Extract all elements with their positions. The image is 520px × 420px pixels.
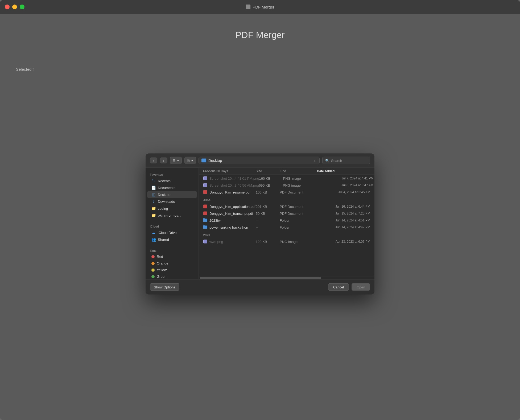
file-size: 106 KB xyxy=(256,190,280,194)
sidebar-item-tag-green[interactable]: Green xyxy=(147,273,197,279)
footer-buttons: Cancel Open xyxy=(328,283,370,291)
file-name: Donggyu_Kim_transcript.pdf xyxy=(209,211,253,215)
sidebar-item-pkmn[interactable]: 📁 pkmn-rom-pa... xyxy=(147,212,197,219)
location-bar[interactable]: Desktop ↑↓ xyxy=(199,157,320,164)
close-button[interactable] xyxy=(5,5,10,9)
dialog-toolbar: ‹ › ☰ ▼ ⊞ ▼ Desktop ↑↓ 🔍 Search xyxy=(146,154,374,168)
pdf-file-icon xyxy=(203,190,207,194)
orange-tag-dot xyxy=(151,262,155,265)
show-options-button[interactable]: Show Options xyxy=(150,283,179,291)
desktop-icon: ◫ xyxy=(151,192,156,197)
downloads-icon: ⇓ xyxy=(151,199,156,204)
sidebar-recents-label: Recents xyxy=(158,179,171,183)
file-size: 201 KB xyxy=(256,204,280,208)
sidebar-divider-1 xyxy=(146,221,199,221)
sidebar-tag-green-label: Green xyxy=(157,275,166,279)
sidebar-item-shared[interactable]: 👥 Shared xyxy=(147,236,197,243)
sidebar-item-icloud[interactable]: ☁ iCloud Drive xyxy=(147,229,197,236)
file-open-dialog: ‹ › ☰ ▼ ⊞ ▼ Desktop ↑↓ 🔍 Search xyxy=(146,154,374,295)
sidebar-divider-2 xyxy=(146,245,199,245)
coding-folder-icon: 📁 xyxy=(151,206,156,211)
icloud-section-label: iCloud xyxy=(146,223,199,229)
file-date: Jun 15, 2024 at 7:25 PM xyxy=(317,212,370,215)
file-kind: PDF Document xyxy=(280,204,317,208)
file-list-area: Previous 30 Days Size Kind Date Added xyxy=(199,168,374,279)
sidebar-item-recents[interactable]: ⮌ Recents xyxy=(147,177,197,184)
sidebar-item-documents[interactable]: 📄 Documents xyxy=(147,184,197,191)
sidebar-item-tag-red[interactable]: Red xyxy=(147,253,197,260)
sidebar-item-tag-orange[interactable]: Orange xyxy=(147,260,197,267)
table-row[interactable]: 2023fw -- Folder Jun 14, 2024 at 4:51 PM xyxy=(199,217,374,224)
png-file-icon xyxy=(203,176,207,180)
table-row[interactable]: Screenshot 20...4.41.01 PM.png 160 KB PN… xyxy=(199,175,374,182)
sidebar-item-tag-yellow[interactable]: Yellow xyxy=(147,267,197,273)
file-kind: Folder xyxy=(280,225,317,229)
file-kind: PNG image xyxy=(280,240,317,243)
sidebar-item-desktop[interactable]: ◫ Desktop xyxy=(147,191,197,198)
file-name: Donggyu_Kim_application.pdf xyxy=(209,204,255,208)
tags-section-label: Tags xyxy=(146,247,199,253)
list-view-button[interactable]: ☰ ▼ xyxy=(170,157,182,164)
sidebar-item-downloads[interactable]: ⇓ Downloads xyxy=(147,198,197,205)
forward-button[interactable]: › xyxy=(160,158,167,163)
table-row[interactable]: Donggyu_Kim_resume.pdf 106 KB PDF Docume… xyxy=(199,189,374,196)
file-date: Jun 14, 2024 at 4:47 PM xyxy=(317,225,370,229)
minimize-button[interactable] xyxy=(12,5,17,9)
sidebar-downloads-label: Downloads xyxy=(158,199,175,203)
horizontal-scrollbar[interactable] xyxy=(199,276,374,279)
sidebar-tag-yellow-label: Yellow xyxy=(157,268,167,272)
sidebar: Favorites ⮌ Recents 📄 Documents ◫ Deskto… xyxy=(146,168,199,279)
file-list-scroll[interactable]: Screenshot 20...4.41.01 PM.png 160 KB PN… xyxy=(199,175,374,276)
sidebar-item-coding[interactable]: 📁 coding xyxy=(147,205,197,212)
traffic-lights xyxy=(5,5,24,9)
list-view-icon: ☰ xyxy=(172,158,176,162)
kind-column-header: Kind xyxy=(280,169,317,173)
red-tag-dot xyxy=(151,255,155,258)
file-size: 695 KB xyxy=(259,183,283,187)
file-date: Jun 16, 2024 at 6:44 PM xyxy=(317,205,370,208)
date-column-header[interactable]: Date Added xyxy=(317,169,370,173)
scroll-thumb[interactable] xyxy=(200,277,321,279)
dialog-footer: Show Options Cancel Open xyxy=(146,279,374,295)
size-column-header: Size xyxy=(256,169,280,173)
app-window: PDF Merger PDF Merger Selected f ‹ › ☰ ▼… xyxy=(0,0,520,420)
titlebar: PDF Merger xyxy=(0,0,520,14)
file-date: Jul 4, 2024 at 3:45 AM xyxy=(317,190,370,194)
sidebar-tag-orange-label: Orange xyxy=(157,261,168,265)
file-name: Donggyu_Kim_resume.pdf xyxy=(209,190,250,194)
favorites-section-label: Favorites xyxy=(146,171,199,177)
file-name: power ranking hackathon xyxy=(209,225,248,229)
search-icon: 🔍 xyxy=(325,158,329,162)
open-button[interactable]: Open xyxy=(352,283,370,291)
cancel-button[interactable]: Cancel xyxy=(328,283,349,291)
table-row[interactable]: Donggyu_Kim_transcript.pdf 50 KB PDF Doc… xyxy=(199,210,374,217)
green-tag-dot xyxy=(151,275,155,278)
folder-file-icon xyxy=(203,218,207,222)
search-placeholder: Search xyxy=(331,158,342,162)
location-chevron-icon: ↑↓ xyxy=(313,159,317,162)
table-row[interactable]: Donggyu_Kim_application.pdf 201 KB PDF D… xyxy=(199,203,374,210)
file-kind: PDF Document xyxy=(280,190,317,194)
list-view-chevron: ▼ xyxy=(177,159,179,162)
location-text: Desktop xyxy=(208,158,311,163)
dialog-content: Favorites ⮌ Recents 📄 Documents ◫ Deskto… xyxy=(146,168,374,279)
pdf-file-icon xyxy=(203,204,207,209)
selected-files-label: Selected f xyxy=(16,67,34,72)
file-kind: PNG image xyxy=(283,183,320,187)
table-row[interactable]: Screenshot 20...3.45.56 AM.png 695 KB PN… xyxy=(199,182,374,189)
sidebar-coding-label: coding xyxy=(158,206,168,210)
png-file-icon xyxy=(203,183,207,187)
file-date: Apr 23, 2023 at 6:07 PM xyxy=(317,240,370,243)
table-row[interactable]: wwd.png 129 KB PNG image Apr 23, 2023 at… xyxy=(199,238,374,245)
location-folder-icon xyxy=(201,159,206,162)
sidebar-shared-label: Shared xyxy=(158,237,169,241)
file-size: -- xyxy=(256,225,280,229)
file-size: 160 KB xyxy=(259,176,283,180)
file-name: Screenshot 20...4.41.01 PM.png xyxy=(209,176,259,180)
search-bar[interactable]: 🔍 Search xyxy=(322,157,370,164)
maximize-button[interactable] xyxy=(20,5,24,9)
back-button[interactable]: ‹ xyxy=(150,158,157,163)
file-name: 2023fw xyxy=(209,218,221,222)
grid-view-button[interactable]: ⊞ ▼ xyxy=(184,157,196,164)
table-row[interactable]: power ranking hackathon -- Folder Jun 14… xyxy=(199,224,374,231)
